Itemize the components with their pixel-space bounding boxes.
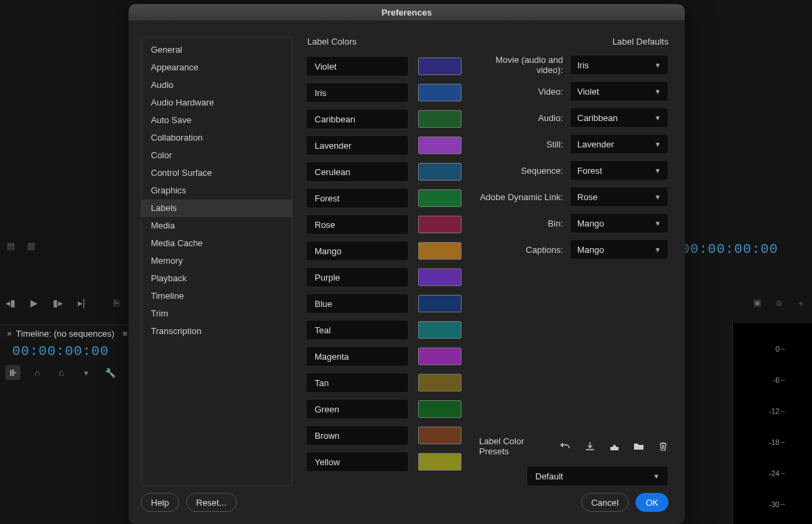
marker-icon: ▥ (27, 241, 35, 251)
color-swatch[interactable] (418, 216, 461, 233)
snap-icon[interactable]: ⊪ (5, 365, 20, 380)
sidebar-item-graphics[interactable]: Graphics (141, 182, 292, 199)
undo-icon[interactable] (560, 441, 571, 452)
label-name-input[interactable]: Brown (306, 425, 409, 446)
label-default-label: Video: (479, 87, 563, 97)
color-swatch[interactable] (418, 163, 461, 181)
sidebar-item-control-surface[interactable]: Control Surface (141, 164, 292, 182)
close-icon[interactable]: × (7, 329, 12, 339)
color-swatch[interactable] (418, 137, 461, 154)
label-name-input[interactable]: Mango (306, 241, 409, 261)
color-swatch[interactable] (418, 453, 461, 471)
label-color-row: Blue (306, 293, 461, 314)
sidebar-item-memory[interactable]: Memory (141, 252, 292, 270)
label-name-input[interactable]: Purple (306, 267, 409, 287)
label-default-dropdown[interactable]: Rose▼ (570, 187, 669, 207)
sidebar-item-color[interactable]: Color (141, 147, 292, 164)
label-name-input[interactable]: Forest (306, 188, 409, 208)
color-swatch[interactable] (418, 110, 461, 128)
color-swatch[interactable] (418, 348, 461, 365)
insert-icon[interactable]: ⎘ (114, 297, 119, 308)
label-name-input[interactable]: Teal (306, 320, 409, 340)
sidebar-item-collaboration[interactable]: Collaboration (141, 129, 292, 147)
label-default-dropdown[interactable]: Caribbean▼ (570, 108, 669, 128)
sidebar-item-transcription[interactable]: Transcription (141, 323, 292, 340)
sidebar-item-playback[interactable]: Playback (141, 270, 292, 287)
color-swatch[interactable] (418, 400, 461, 418)
jump-icon[interactable]: ▸| (78, 297, 85, 308)
color-swatch[interactable] (418, 427, 461, 444)
cancel-button[interactable]: Cancel (581, 493, 629, 512)
label-name-input[interactable]: Cerulean (306, 162, 409, 182)
chevron-down-icon: ▼ (654, 141, 661, 148)
label-name-input[interactable]: Tan (306, 373, 409, 393)
label-name-input[interactable]: Yellow (306, 452, 409, 472)
color-swatch[interactable] (418, 268, 461, 286)
label-name-input[interactable]: Blue (306, 293, 409, 314)
label-name-input[interactable]: Violet (306, 56, 409, 76)
label-default-dropdown[interactable]: Lavender▼ (570, 134, 669, 154)
link-selection-icon[interactable]: ⎌ (54, 365, 69, 380)
sidebar-item-audio[interactable]: Audio (141, 76, 292, 94)
ok-button[interactable]: OK (635, 493, 669, 512)
step-forward-icon[interactable]: ▮▸ (53, 297, 63, 308)
export-icon[interactable] (609, 441, 620, 452)
fx-bypass-icon[interactable]: ⧈ (776, 297, 782, 310)
help-button[interactable]: Help (141, 493, 179, 512)
magnet-icon[interactable]: ∩ (30, 365, 45, 380)
sidebar-item-media-cache[interactable]: Media Cache (141, 235, 292, 252)
color-swatch[interactable] (418, 189, 461, 207)
color-swatch[interactable] (418, 84, 461, 101)
folder-icon[interactable] (633, 441, 644, 452)
trash-icon[interactable] (658, 441, 669, 452)
sidebar-item-trim[interactable]: Trim (141, 305, 292, 323)
label-default-dropdown[interactable]: Mango▼ (570, 239, 669, 260)
chevron-down-icon: ▼ (654, 88, 661, 95)
label-name-input[interactable]: Iris (306, 82, 409, 103)
sidebar-item-auto-save[interactable]: Auto Save (141, 112, 292, 129)
audio-meter: 0-6-12-18-24-30-36 (732, 323, 812, 524)
label-default-dropdown[interactable]: Mango▼ (570, 213, 669, 233)
panel-menu-icon[interactable]: ≡ (122, 329, 128, 339)
label-colors-list: VioletIrisCaribbeanLavenderCeruleanFores… (306, 56, 461, 472)
preset-value: Default (535, 471, 563, 481)
wrench-icon[interactable]: 🔧 (103, 365, 118, 380)
color-swatch[interactable] (418, 321, 461, 339)
dropdown-value: Iris (577, 60, 589, 70)
label-default-label: Still: (479, 139, 563, 149)
meter-tick-label: -6 (773, 376, 780, 384)
color-swatch[interactable] (418, 57, 461, 75)
meter-tick-label: -18 (769, 438, 780, 446)
label-default-dropdown[interactable]: Violet▼ (570, 81, 669, 101)
chevron-down-icon: ▼ (653, 473, 660, 480)
dropdown-value: Violet (577, 87, 599, 97)
compare-icon[interactable]: ▣ (753, 297, 761, 310)
sidebar-item-timeline[interactable]: Timeline (141, 287, 292, 305)
label-name-input[interactable]: Rose (306, 214, 409, 235)
import-icon[interactable] (585, 441, 595, 452)
label-name-input[interactable]: Caribbean (306, 109, 409, 129)
step-back-icon[interactable]: ◂▮ (5, 297, 16, 308)
label-default-dropdown[interactable]: Forest▼ (570, 160, 669, 181)
label-name-input[interactable]: Magenta (306, 346, 409, 366)
color-swatch[interactable] (418, 295, 461, 312)
timeline-panel-tab[interactable]: × Timeline: (no sequences) ≡ (0, 325, 135, 342)
sidebar-item-media[interactable]: Media (141, 217, 292, 235)
play-icon[interactable]: ▶ (30, 297, 38, 308)
background-icons-left: ▤ ▥ (7, 241, 35, 251)
color-swatch[interactable] (418, 374, 461, 391)
label-default-dropdown[interactable]: Iris▼ (570, 55, 669, 75)
color-swatch[interactable] (418, 242, 461, 260)
preset-dropdown[interactable]: Default ▼ (526, 466, 669, 486)
sidebar-item-general[interactable]: General (141, 41, 292, 59)
sidebar-item-labels[interactable]: Labels (141, 199, 292, 217)
monitor-right-icons: ▣ ⧈ ＋ (753, 297, 805, 310)
sidebar-item-appearance[interactable]: Appearance (141, 59, 292, 76)
sidebar-item-audio-hardware[interactable]: Audio Hardware (141, 94, 292, 112)
reset-button[interactable]: Reset... (186, 493, 237, 512)
label-name-input[interactable]: Lavender (306, 135, 409, 156)
add-icon[interactable]: ＋ (796, 297, 805, 310)
monitor-timecode: 00:00:00:00 (681, 241, 778, 257)
marker-tool-icon[interactable]: ▾ (78, 365, 93, 380)
label-name-input[interactable]: Green (306, 399, 409, 419)
